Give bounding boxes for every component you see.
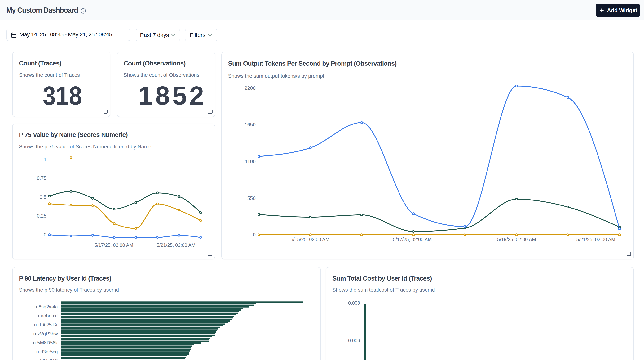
svg-text:5/15/25, 02:00 AM: 5/15/25, 02:00 AM xyxy=(290,237,330,242)
svg-text:u-8sq2w4a: u-8sq2w4a xyxy=(34,304,58,309)
svg-text:1100: 1100 xyxy=(245,159,256,164)
svg-text:u-aobnuxf: u-aobnuxf xyxy=(36,313,58,318)
svg-text:u-d3qr5cg: u-d3qr5cg xyxy=(36,349,58,354)
svg-text:2200: 2200 xyxy=(244,85,256,91)
svg-text:u-8fVa9T3: u-8fVa9T3 xyxy=(36,358,58,360)
svg-text:0.008: 0.008 xyxy=(348,300,360,306)
svg-text:5/21/25, 02:00 AM: 5/21/25, 02:00 AM xyxy=(576,237,615,242)
svg-text:u-tFAR5TX: u-tFAR5TX xyxy=(34,322,58,327)
svg-text:1: 1 xyxy=(44,156,46,162)
svg-text:0.25: 0.25 xyxy=(37,213,46,219)
svg-text:1650: 1650 xyxy=(244,122,256,128)
svg-text:550: 550 xyxy=(248,195,256,201)
svg-text:u-5M8D56k: u-5M8D56k xyxy=(33,340,58,345)
svg-text:u-zVqP3hw: u-zVqP3hw xyxy=(33,331,58,336)
svg-text:5/17/25, 02:00 AM: 5/17/25, 02:00 AM xyxy=(393,237,432,242)
svg-text:5/17/25, 02:00 AM: 5/17/25, 02:00 AM xyxy=(94,242,133,248)
svg-text:0.5: 0.5 xyxy=(40,194,46,200)
svg-text:0.75: 0.75 xyxy=(37,175,46,181)
svg-text:0.006: 0.006 xyxy=(348,338,360,343)
svg-text:0: 0 xyxy=(44,232,46,238)
svg-text:5/19/25, 02:00 AM: 5/19/25, 02:00 AM xyxy=(497,237,536,242)
svg-text:5/21/25, 02:00 AM: 5/21/25, 02:00 AM xyxy=(157,242,196,248)
svg-text:0: 0 xyxy=(253,232,256,238)
